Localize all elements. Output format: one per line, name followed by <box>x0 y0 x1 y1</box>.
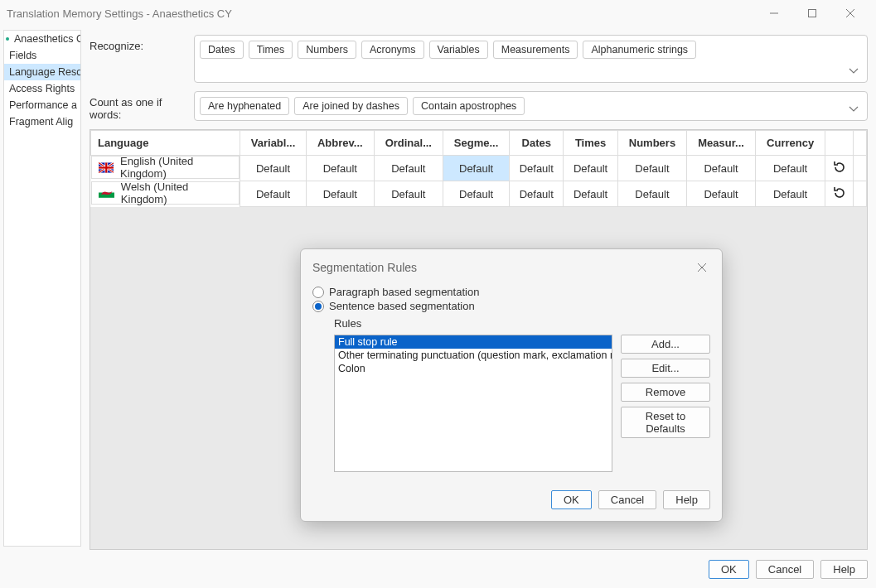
help-button[interactable]: Help <box>663 490 710 509</box>
column-header[interactable]: Times <box>564 131 617 156</box>
sidebar-item-language-resources[interactable]: Language Reso <box>4 64 80 80</box>
grid-cell[interactable]: Default <box>374 181 443 207</box>
grid-cell[interactable]: Default <box>443 156 510 181</box>
recognize-field[interactable]: DatesTimesNumbersAcronymsVariablesMeasur… <box>194 35 868 83</box>
add-button[interactable]: Add... <box>621 335 710 354</box>
column-header-blank <box>854 131 867 156</box>
token-numbers[interactable]: Numbers <box>298 41 356 59</box>
grid-cell[interactable]: Default <box>564 181 617 207</box>
column-header[interactable]: Currency <box>755 131 825 156</box>
grid-cell[interactable]: Default <box>687 156 756 181</box>
sidebar-item-performance[interactable]: Performance a <box>4 97 80 113</box>
grid-cell[interactable]: Default <box>240 181 307 207</box>
grid-cell[interactable]: Default <box>755 181 825 207</box>
column-header[interactable]: Variabl... <box>240 131 307 156</box>
grid-cell[interactable]: Default <box>617 156 687 181</box>
chevron-down-icon[interactable] <box>849 103 859 115</box>
grid-cell[interactable]: Default <box>687 181 756 207</box>
svg-rect-1 <box>809 10 816 17</box>
column-header[interactable]: Abbrev... <box>307 131 375 156</box>
main-panel: Recognize: DatesTimesNumbersAcronymsVari… <box>81 27 876 550</box>
radio-unchecked-icon <box>312 287 324 298</box>
close-icon[interactable] <box>694 259 710 276</box>
table-row[interactable]: English (United Kingdom)DefaultDefaultDe… <box>91 156 867 181</box>
chevron-down-icon[interactable] <box>849 65 859 77</box>
help-button[interactable]: Help <box>820 560 868 579</box>
sidebar-item-fields[interactable]: Fields <box>4 47 80 64</box>
grid-cell[interactable]: Default <box>374 156 443 181</box>
grid-cell-blank <box>854 181 867 207</box>
grid-cell[interactable]: Default <box>443 181 510 207</box>
rules-listbox[interactable]: Full stop ruleOther terminating punctuat… <box>334 335 612 472</box>
svg-rect-9 <box>99 187 114 192</box>
remove-button[interactable]: Remove <box>621 383 710 402</box>
grid-cell[interactable]: Default <box>307 181 375 207</box>
edit-button[interactable]: Edit... <box>621 359 710 378</box>
token-measurements[interactable]: Measurements <box>493 41 578 59</box>
table-row[interactable]: Welsh (United Kingdom)DefaultDefaultDefa… <box>91 181 867 207</box>
token-are-hyphenated[interactable]: Are hyphenated <box>200 97 289 115</box>
radio-paragraph-label: Paragraph based segmentation <box>329 286 479 298</box>
reset-row-button[interactable] <box>825 156 854 181</box>
rule-item[interactable]: Other terminating punctuation (question … <box>335 349 612 362</box>
window-footer: OK Cancel Help <box>0 550 876 588</box>
token-times[interactable]: Times <box>249 41 293 59</box>
segmentation-rules-dialog: Segmentation Rules Paragraph based segme… <box>300 248 723 522</box>
sidebar: Anaesthetics C Fields Language Reso Acce… <box>3 30 81 547</box>
count-label: Count as one if words: <box>90 91 194 121</box>
window-title: Translation Memory Settings - Anaestheti… <box>7 7 755 20</box>
grid-cell[interactable]: Default <box>510 156 564 181</box>
reset-row-button[interactable] <box>825 181 854 207</box>
recognize-label: Recognize: <box>90 35 194 52</box>
column-header[interactable]: Dates <box>510 131 564 156</box>
reset-to-defaults-button[interactable]: Reset to Defaults <box>621 407 710 438</box>
grid-cell[interactable]: Default <box>240 156 307 181</box>
language-name: Welsh (United Kingdom) <box>121 181 234 205</box>
language-name: English (United Kingdom) <box>120 155 234 180</box>
radio-sentence-segmentation[interactable]: Sentence based segmentation <box>312 300 710 312</box>
ok-button[interactable]: OK <box>551 490 592 509</box>
grid-cell[interactable]: Default <box>617 181 687 207</box>
count-field[interactable]: Are hyphenatedAre joined by dashesContai… <box>194 91 868 121</box>
radio-sentence-label: Sentence based segmentation <box>329 300 475 312</box>
token-variables[interactable]: Variables <box>429 41 488 59</box>
grid-cell-blank <box>854 156 867 181</box>
language-cell[interactable]: English (United Kingdom) <box>91 156 240 179</box>
radio-paragraph-segmentation[interactable]: Paragraph based segmentation <box>312 286 710 298</box>
token-acronyms[interactable]: Acronyms <box>361 41 424 59</box>
rule-item[interactable]: Colon <box>335 362 612 375</box>
grid-cell[interactable]: Default <box>510 181 564 207</box>
language-cell[interactable]: Welsh (United Kingdom) <box>91 181 240 205</box>
grid-cell[interactable]: Default <box>755 156 825 181</box>
column-header[interactable]: Ordinal... <box>374 131 443 156</box>
maximize-button[interactable] <box>793 0 831 27</box>
rule-item[interactable]: Full stop rule <box>335 335 612 349</box>
column-header[interactable]: Language <box>91 131 240 156</box>
column-header[interactable]: Numbers <box>617 131 687 156</box>
grid-cell[interactable]: Default <box>564 156 617 181</box>
token-are-joined-by-dashes[interactable]: Are joined by dashes <box>294 97 408 115</box>
sidebar-item-anaesthetics[interactable]: Anaesthetics C <box>4 31 80 47</box>
svg-rect-8 <box>99 166 114 168</box>
radio-checked-icon <box>312 301 324 312</box>
token-dates[interactable]: Dates <box>200 41 244 59</box>
titlebar: Translation Memory Settings - Anaestheti… <box>0 0 876 27</box>
column-header[interactable]: Segme... <box>443 131 510 156</box>
token-contain-apostrophes[interactable]: Contain apostrophes <box>413 97 525 115</box>
token-alphanumeric-strings[interactable]: Alphanumeric strings <box>583 41 696 59</box>
sidebar-item-fragment-alignment[interactable]: Fragment Alig <box>4 113 80 130</box>
ok-button[interactable]: OK <box>709 560 749 579</box>
column-header-reset <box>825 131 854 156</box>
close-button[interactable] <box>831 0 869 27</box>
dialog-title: Segmentation Rules <box>312 261 694 274</box>
grid-cell[interactable]: Default <box>307 156 375 181</box>
minimize-button[interactable] <box>755 0 793 27</box>
window: Translation Memory Settings - Anaestheti… <box>0 0 876 588</box>
cancel-button[interactable]: Cancel <box>598 490 656 509</box>
sidebar-item-access-rights[interactable]: Access Rights <box>4 80 80 97</box>
rules-heading: Rules <box>334 317 710 330</box>
column-header[interactable]: Measur... <box>687 131 756 156</box>
cancel-button[interactable]: Cancel <box>756 560 814 579</box>
